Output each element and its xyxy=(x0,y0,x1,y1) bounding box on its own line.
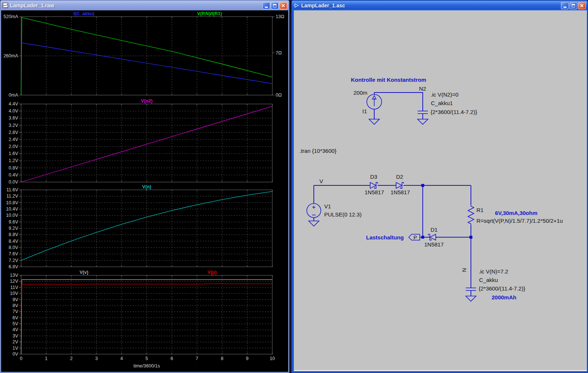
svg-text:5: 5 xyxy=(146,356,148,361)
svg-text:9.2V: 9.2V xyxy=(9,226,18,231)
voltage-source-v1-symbol[interactable] xyxy=(307,185,321,221)
schematic-window-title: LampLader_1.asc xyxy=(301,3,345,9)
d3-value-label[interactable]: 1N5817 xyxy=(365,189,384,195)
svg-text:9V: 9V xyxy=(13,297,19,302)
svg-text:0mA: 0mA xyxy=(9,93,18,98)
svg-text:10V: 10V xyxy=(10,291,19,296)
close-icon: ✕ xyxy=(580,3,584,8)
svg-text:8.8V: 8.8V xyxy=(9,232,18,237)
svg-text:7: 7 xyxy=(196,356,198,361)
current-source-i1-symbol[interactable] xyxy=(367,93,382,119)
svg-text:10: 10 xyxy=(270,356,275,361)
ground-icon[interactable] xyxy=(369,119,379,124)
d1-value-label[interactable]: 1N5817 xyxy=(424,241,444,248)
capacitor-c-akku-symbol[interactable] xyxy=(466,288,476,296)
cap2-name-label[interactable]: C_akku xyxy=(479,277,498,283)
i1-value-label[interactable]: 200m xyxy=(353,90,368,96)
svg-text:1.2V: 1.2V xyxy=(9,158,18,163)
svg-text:10.4V: 10.4V xyxy=(6,206,18,212)
tran-directive[interactable]: .tran {10*3600} xyxy=(299,148,336,154)
cap2-comment-label[interactable]: 2000mAh xyxy=(492,294,516,300)
svg-text:1: 1 xyxy=(45,356,47,361)
svg-text:4V: 4V xyxy=(13,327,19,332)
svg-text:V(v): V(v) xyxy=(80,270,89,275)
schematic-window-titlebar[interactable]: LampLader_1.asc ✕ xyxy=(292,1,587,10)
svg-text:2.0V: 2.0V xyxy=(9,144,18,149)
maximize-icon xyxy=(572,4,575,7)
d2-value-label[interactable]: 1N5817 xyxy=(391,189,410,195)
p-port-label[interactable]: P xyxy=(413,235,417,241)
ground-icon[interactable] xyxy=(309,221,319,226)
i1-name-label[interactable]: I1 xyxy=(362,108,367,114)
cap1-name-label[interactable]: C_akku1 xyxy=(431,100,453,106)
diode-d2-symbol[interactable] xyxy=(396,182,403,188)
svg-text:3.2V: 3.2V xyxy=(9,123,18,128)
cap2-value-label[interactable]: {2*3600/(11.4-7.2)} xyxy=(479,285,525,292)
minimize-button[interactable] xyxy=(561,2,569,9)
schematic-canvas[interactable]: Kontrolle mit Konstantstrom 200m I1 N2 .… xyxy=(294,11,587,371)
svg-text:13V: 13V xyxy=(10,273,19,278)
svg-text:260mA: 260mA xyxy=(3,53,18,58)
svg-text:3: 3 xyxy=(95,356,98,361)
ic-n2-directive[interactable]: .ic V(N2)=0 xyxy=(431,91,458,98)
svg-text:7Ω: 7Ω xyxy=(276,50,282,56)
svg-text:V(n): V(n) xyxy=(142,184,151,189)
svg-text:6: 6 xyxy=(170,356,173,361)
r1-name-label[interactable]: R1 xyxy=(476,207,484,213)
svg-text:0.8V: 0.8V xyxy=(9,165,18,171)
svg-text:8.4V: 8.4V xyxy=(9,239,18,244)
capacitor-c-akku1-symbol[interactable] xyxy=(418,111,428,119)
comment-konstantstrom[interactable]: Kontrolle mit Konstantstrom xyxy=(351,77,426,83)
v1-name-label[interactable]: V1 xyxy=(324,203,331,209)
d3-name-label[interactable]: D3 xyxy=(370,174,377,180)
d1-name-label[interactable]: D1 xyxy=(431,226,438,233)
v1-value-label[interactable]: PULSE(0 12.3) xyxy=(324,211,362,218)
ic-n-directive[interactable]: .ic V(N)=7.2 xyxy=(479,268,508,275)
junction-dot xyxy=(421,236,424,239)
svg-text:9: 9 xyxy=(246,356,249,361)
svg-text:2V: 2V xyxy=(13,339,19,345)
comment-lastschaltung[interactable]: Lastschaltung xyxy=(366,234,404,241)
close-button[interactable]: ✕ xyxy=(578,2,586,9)
svg-text:V(P,N)/I(R1): V(P,N)/I(R1) xyxy=(197,11,222,16)
cap1-value-label[interactable]: {2*3600/(11.4-7.2)} xyxy=(431,109,477,115)
ground-icon[interactable] xyxy=(418,119,428,124)
svg-text:13Ω: 13Ω xyxy=(276,14,284,19)
svg-text:7.6V: 7.6V xyxy=(9,251,18,256)
svg-text:V(p): V(p) xyxy=(207,270,216,275)
maximize-button[interactable] xyxy=(569,2,577,9)
svg-text:2.8V: 2.8V xyxy=(9,130,18,135)
svg-text:8V: 8V xyxy=(13,303,19,308)
svg-text:7.2V: 7.2V xyxy=(9,258,18,263)
diode-d3-symbol[interactable] xyxy=(370,182,378,188)
svg-text:10.0V: 10.0V xyxy=(6,213,18,218)
r1-value-label[interactable]: R=sqrt(V(P,N)/1.5/7.7)/1.2*50/2+1u xyxy=(476,218,563,224)
svg-text:I(C_akku): I(C_akku) xyxy=(73,11,94,16)
node-label-v[interactable]: V xyxy=(319,178,323,184)
svg-text:4: 4 xyxy=(120,356,123,361)
svg-text:0: 0 xyxy=(20,356,23,361)
desktop: LampLader_1.raw ✕ 520mA260mA0mA13Ω7Ω0ΩI(… xyxy=(0,0,588,373)
svg-text:11.2V: 11.2V xyxy=(6,194,18,199)
svg-text:1.6V: 1.6V xyxy=(9,151,18,156)
r1-comment-label[interactable]: 6V,30mA,30ohm xyxy=(495,210,538,216)
svg-text:11V: 11V xyxy=(10,285,19,290)
ground-icon[interactable] xyxy=(466,296,476,301)
svg-text:10.8V: 10.8V xyxy=(6,200,18,205)
node-label-n[interactable]: N xyxy=(461,268,467,272)
svg-text:0.4V: 0.4V xyxy=(9,172,18,178)
diode-d1-symbol[interactable] xyxy=(428,234,436,240)
resistor-r1-symbol[interactable] xyxy=(468,205,474,225)
svg-text:2: 2 xyxy=(70,356,73,361)
svg-text:6V: 6V xyxy=(13,315,19,320)
d2-name-label[interactable]: D2 xyxy=(396,174,403,180)
svg-text:time/3600/1s: time/3600/1s xyxy=(133,363,160,369)
svg-text:5V: 5V xyxy=(13,321,19,326)
svg-text:8: 8 xyxy=(221,356,223,361)
svg-text:11.6V: 11.6V xyxy=(6,187,18,192)
junction-dot xyxy=(469,236,472,239)
svg-text:2.4V: 2.4V xyxy=(9,137,18,142)
node-label-n2[interactable]: N2 xyxy=(419,85,426,92)
svg-text:9.6V: 9.6V xyxy=(9,219,18,225)
waveform-plot-area[interactable]: 520mA260mA0mA13Ω7Ω0ΩI(C_akku)V(P,N)/I(R1… xyxy=(0,0,289,373)
